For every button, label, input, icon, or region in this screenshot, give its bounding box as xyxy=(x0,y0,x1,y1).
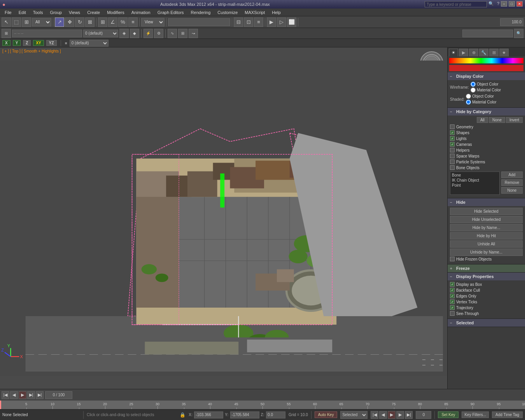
select-by-material-btn[interactable]: ◆ xyxy=(130,29,139,38)
material-select[interactable]: 0 (default) xyxy=(70,40,108,47)
hbc-shapes-cb[interactable] xyxy=(450,130,455,135)
menu-rendering[interactable]: Rendering xyxy=(188,9,214,16)
tab-display[interactable]: ☀ xyxy=(449,49,458,56)
menu-tools[interactable]: Tools xyxy=(30,9,46,16)
select-btn[interactable]: ↗ xyxy=(55,18,64,27)
hide-by-category-header[interactable]: − Hide by Category xyxy=(448,108,525,116)
x-axis-btn[interactable]: X xyxy=(2,40,10,46)
quick-render-btn[interactable]: ▷ xyxy=(277,18,286,27)
shaded-material-color[interactable]: Material Color xyxy=(466,100,496,105)
hide-header[interactable]: − Hide xyxy=(448,198,525,206)
curve-editor-btn[interactable]: ∿ xyxy=(168,29,177,38)
menu-customize[interactable]: Customize xyxy=(214,9,241,16)
hide-by-hit-btn[interactable]: Hide by Hit xyxy=(450,232,523,240)
lock-icon[interactable]: 🔒 xyxy=(180,412,186,418)
nav-next[interactable]: ▶ xyxy=(396,411,404,419)
hide-unselected-btn[interactable]: Hide Unselected xyxy=(450,216,523,223)
shaded-object-color[interactable]: Object Color xyxy=(466,94,496,99)
scale-btn[interactable]: ⊠ xyxy=(85,18,94,27)
hbc-particles-cb[interactable] xyxy=(450,159,455,164)
key-filters-btn[interactable]: Key Filters... xyxy=(462,411,489,418)
bone-remove-btn[interactable]: Remove xyxy=(501,179,523,186)
nav-play[interactable]: ▶ xyxy=(388,411,396,419)
named-selection-input[interactable] xyxy=(168,18,230,26)
viewport[interactable]: [ + ] [ Top ] [ Smooth + Highlights ] ▽ xyxy=(0,47,447,389)
close-button[interactable]: ✕ xyxy=(516,1,523,7)
hide-frozen-cb[interactable] xyxy=(450,257,455,261)
hbc-helpers-cb[interactable] xyxy=(450,148,455,152)
render-frame-btn[interactable]: ⬜ xyxy=(287,18,296,27)
bone-none-btn[interactable]: None xyxy=(501,187,523,194)
auto-key-btn[interactable]: Auto Key xyxy=(315,411,338,418)
nav-goto-start[interactable]: |◀ xyxy=(371,411,378,419)
hide-selected-btn[interactable]: Hide Selected xyxy=(450,208,523,215)
menu-modifiers[interactable]: Modifiers xyxy=(104,9,128,16)
hbc-all-btn[interactable]: All xyxy=(477,117,488,123)
play-btn[interactable]: ▶ xyxy=(19,391,26,399)
add-time-tag-btn[interactable]: Add Time Tag xyxy=(492,411,523,418)
minimize-button[interactable]: − xyxy=(501,1,507,7)
help-icon[interactable]: ? xyxy=(497,1,499,7)
scene-svg[interactable]: X Y Z xyxy=(0,47,447,389)
percent-snap-btn[interactable]: % xyxy=(118,18,128,27)
next-frame-btn[interactable]: ▶| xyxy=(27,391,35,399)
timeline-playhead[interactable] xyxy=(0,401,1,409)
search-field2[interactable] xyxy=(462,30,513,37)
key-mode-select[interactable]: Selected xyxy=(340,411,368,419)
z-axis-btn[interactable]: Z xyxy=(23,40,31,46)
xy-plane-btn[interactable]: XY xyxy=(33,40,44,46)
mirror-btn[interactable]: ⊟ xyxy=(234,18,243,27)
menu-group[interactable]: Group xyxy=(47,9,65,16)
angle-snap-btn[interactable]: ∠ xyxy=(108,18,117,27)
set-key-btn[interactable]: Set Key xyxy=(438,411,458,418)
hide-by-name-btn[interactable]: Hide by Name... xyxy=(450,224,523,231)
timeline-track[interactable]: 0510152025303540455055606570758085909510… xyxy=(0,401,525,409)
value-field[interactable] xyxy=(500,18,523,26)
material-dropdown[interactable]: 0 (default) xyxy=(83,30,118,37)
hbc-invert-btn[interactable]: Invert xyxy=(506,117,523,123)
tab-hierarchy[interactable]: ⊕ xyxy=(469,49,478,56)
prev-frame-btn[interactable]: ◀ xyxy=(10,391,18,399)
hbc-lights-cb[interactable] xyxy=(450,136,455,141)
reaction-manager-btn[interactable]: ⚙ xyxy=(154,29,163,38)
tab-create[interactable]: ★ xyxy=(499,49,509,56)
freeze-header[interactable]: + Freeze xyxy=(448,264,525,272)
search-btn2[interactable]: 🔍 xyxy=(514,29,523,38)
menu-help[interactable]: Help xyxy=(269,9,284,16)
dp-vertex-ticks-cb[interactable] xyxy=(450,299,455,304)
hbc-spacewarps-cb[interactable] xyxy=(450,154,455,158)
schematic-view-btn[interactable]: ⊞ xyxy=(2,29,11,38)
search-input[interactable] xyxy=(425,1,487,7)
snap-toggle-btn[interactable]: ⊞ xyxy=(98,18,107,27)
display-color-header[interactable]: − Display Color xyxy=(448,72,525,80)
dp-trajectory-cb[interactable] xyxy=(450,305,455,310)
nav-goto-end[interactable]: ▶| xyxy=(405,411,413,419)
view-dropdown[interactable]: View xyxy=(141,18,164,26)
y-axis-btn[interactable]: Y xyxy=(13,40,21,46)
y-coord-field[interactable] xyxy=(230,411,259,418)
tab-motion[interactable]: ▶ xyxy=(459,49,468,56)
wireframe-object-color[interactable]: Object Color xyxy=(471,82,501,87)
bone-add-btn[interactable]: Add xyxy=(501,172,523,178)
dp-see-through-cb[interactable] xyxy=(450,311,455,316)
dp-display-as-box-cb[interactable] xyxy=(450,282,455,287)
menu-create[interactable]: Create xyxy=(84,9,103,16)
menu-animation[interactable]: Animation xyxy=(128,9,154,16)
hbc-cameras-cb[interactable] xyxy=(450,142,455,147)
menu-file[interactable]: File xyxy=(2,9,15,16)
filter-dropdown[interactable]: All xyxy=(32,18,51,26)
move-btn[interactable]: ✥ xyxy=(65,18,74,27)
selected-header[interactable]: − Selected xyxy=(448,319,525,327)
dp-edges-only-cb[interactable] xyxy=(450,294,455,298)
select-region-btn[interactable]: ⬚ xyxy=(12,18,21,27)
goto-start-btn[interactable]: |◀ xyxy=(2,391,9,399)
select-filter-btn[interactable]: ⊞ xyxy=(22,18,31,27)
menu-maxscript[interactable]: MAXScript xyxy=(242,9,268,16)
current-frame-display[interactable]: 0 / 100 xyxy=(45,391,72,399)
menu-graph-editors[interactable]: Graph Editors xyxy=(154,9,187,16)
menu-edit[interactable]: Edit xyxy=(16,9,29,16)
hbc-geometry-cb[interactable] xyxy=(450,124,455,129)
frame-counter[interactable] xyxy=(416,411,431,419)
dp-backface-cull-cb[interactable] xyxy=(450,288,455,292)
unhide-by-name-btn[interactable]: Unhide by Name... xyxy=(450,248,523,256)
